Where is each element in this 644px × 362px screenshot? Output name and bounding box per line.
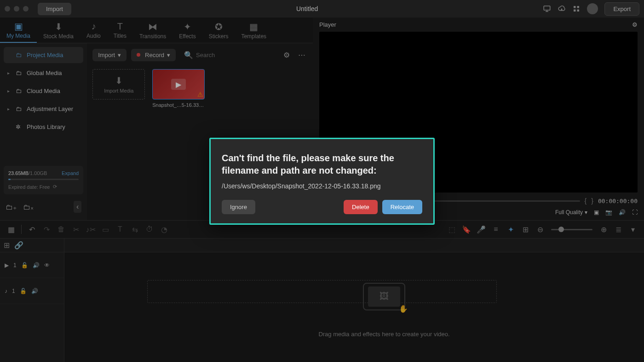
dialog-file-path: /Users/ws/Desktop/Snapshot_2022-12-05-16… [222, 182, 422, 190]
relocate-button[interactable]: Relocate [382, 200, 422, 214]
file-not-found-dialog: Can't find the file, please make sure th… [209, 138, 435, 225]
delete-button[interactable]: Delete [344, 200, 378, 214]
dialog-title: Can't find the file, please make sure th… [222, 152, 422, 177]
ignore-button[interactable]: Ignore [222, 200, 255, 214]
modal-backdrop: Can't find the file, please make sure th… [0, 0, 644, 362]
